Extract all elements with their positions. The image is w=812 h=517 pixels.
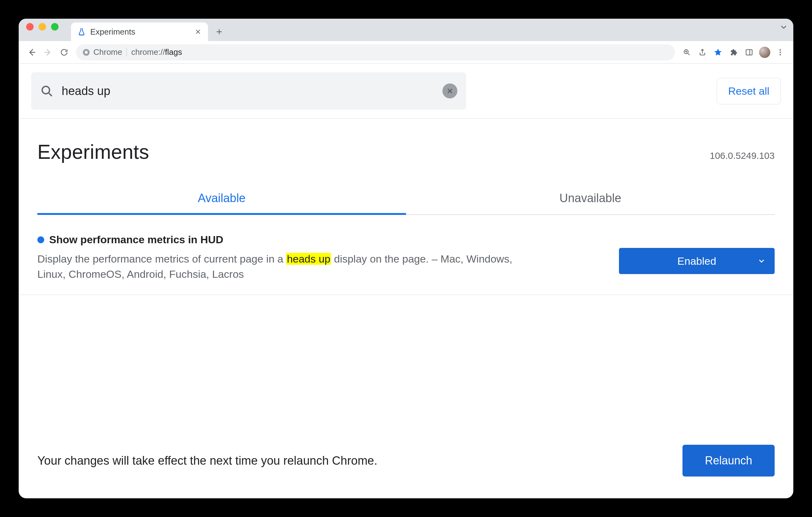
flag-state-select[interactable]: Enabled (619, 248, 775, 274)
omnibox-url: chrome://flags (131, 47, 182, 57)
extensions-icon[interactable] (727, 46, 741, 59)
close-tab-button[interactable] (194, 28, 202, 35)
relaunch-button[interactable]: Relaunch (683, 445, 775, 477)
flag-body: Show performance metrics in HUD Display … (37, 234, 607, 282)
flag-tabs: Available Unavailable (37, 182, 775, 215)
page-content: Reset all Experiments 106.0.5249.103 Ava… (19, 63, 793, 498)
window-maximize-button[interactable] (51, 23, 59, 31)
page-title: Experiments (37, 140, 149, 164)
flag-search-input[interactable] (61, 84, 435, 98)
forward-button[interactable] (41, 46, 55, 59)
zoom-icon[interactable] (680, 46, 694, 59)
relaunch-message: Your changes will take effect the next t… (37, 454, 377, 467)
reload-button[interactable] (57, 46, 71, 59)
relaunch-bar: Your changes will take effect the next t… (19, 429, 793, 498)
site-chip: Chrome (82, 47, 122, 57)
flag-title: Show performance metrics in HUD (49, 234, 223, 246)
bookmark-star-icon[interactable] (711, 46, 725, 59)
site-chip-label: Chrome (93, 47, 122, 57)
url-path: flags (165, 47, 182, 57)
svg-point-1 (85, 51, 87, 54)
window-minimize-button[interactable] (38, 23, 46, 31)
svg-point-6 (780, 54, 781, 55)
menu-icon[interactable] (774, 46, 787, 59)
flag-desc-highlight: heads up (286, 253, 331, 265)
clear-search-button[interactable] (442, 83, 457, 98)
toolbar-actions (680, 46, 787, 59)
flask-icon (77, 27, 86, 36)
tab-unavailable[interactable]: Unavailable (406, 182, 775, 215)
flag-search-box[interactable] (31, 72, 466, 110)
omnibox-separator (126, 48, 127, 57)
share-icon[interactable] (696, 46, 709, 59)
browser-tab-experiments[interactable]: Experiments (71, 22, 208, 41)
profile-avatar[interactable] (758, 46, 772, 59)
svg-point-4 (780, 49, 781, 51)
address-bar[interactable]: Chrome chrome://flags (76, 44, 675, 60)
sidepanel-icon[interactable] (742, 46, 756, 59)
flag-state-value: Enabled (677, 255, 717, 267)
tab-available[interactable]: Available (37, 182, 406, 215)
window-close-button[interactable] (26, 23, 34, 31)
version-label: 106.0.5249.103 (709, 150, 775, 161)
flag-description: Display the performance metrics of curre… (37, 251, 542, 282)
browser-window: Experiments Chrome (19, 19, 793, 498)
tab-strip: Experiments (19, 19, 793, 41)
tab-title: Experiments (90, 27, 136, 37)
flag-row: Show performance metrics in HUD Display … (19, 215, 793, 295)
flag-title-row: Show performance metrics in HUD (37, 234, 607, 246)
modified-indicator-icon (37, 236, 44, 243)
new-tab-button[interactable] (212, 24, 227, 39)
toolbar: Chrome chrome://flags (19, 41, 793, 63)
back-button[interactable] (25, 46, 38, 59)
chevron-down-icon (757, 257, 766, 265)
search-row: Reset all (19, 63, 793, 119)
page-header: Experiments 106.0.5249.103 (19, 119, 793, 167)
flag-desc-before: Display the performance metrics of curre… (37, 253, 286, 265)
reset-all-button[interactable]: Reset all (717, 78, 781, 104)
svg-rect-3 (746, 50, 752, 55)
svg-point-7 (42, 86, 50, 94)
url-scheme: chrome:// (131, 47, 165, 57)
tab-overflow-button[interactable] (779, 19, 788, 41)
search-icon (40, 84, 54, 98)
svg-point-5 (780, 51, 781, 53)
window-controls (26, 19, 71, 41)
